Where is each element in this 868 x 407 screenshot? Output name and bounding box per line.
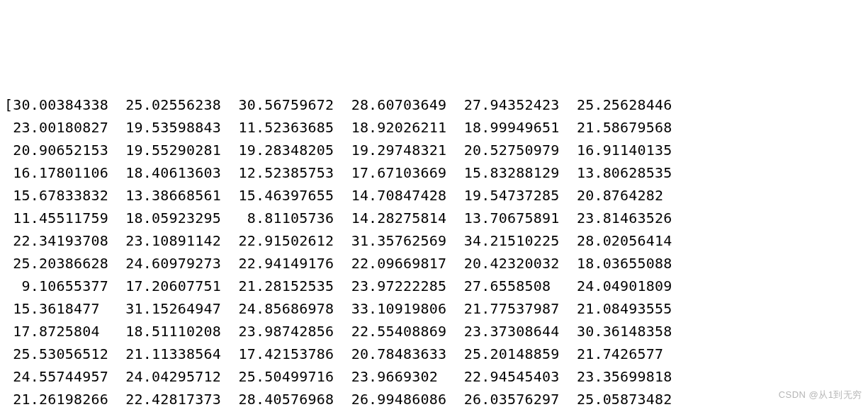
- array-print-output: [30.00384338 25.02556238 30.56759672 28.…: [4, 93, 868, 407]
